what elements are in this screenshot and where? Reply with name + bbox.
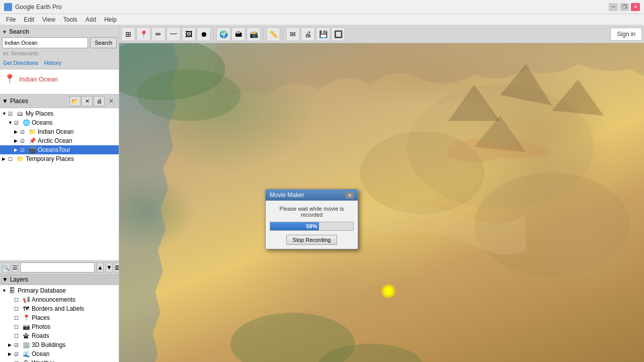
tb-photo-btn[interactable]: 📸 (247, 27, 261, 41)
arctic-ocean-label: Arctic Ocean (38, 137, 72, 144)
tb-earth-btn[interactable]: 🌍 (216, 27, 230, 41)
tree-down-btn[interactable]: ▼ (106, 262, 113, 273)
search-input[interactable] (2, 37, 88, 48)
tb-placemark-btn[interactable]: 📍 (136, 27, 150, 41)
sign-in-button[interactable]: Sign in (610, 28, 642, 41)
check-roads[interactable]: ☐ (14, 333, 21, 339)
tb-sep2 (263, 28, 264, 40)
expand-temp-icon[interactable]: ▶ (2, 156, 8, 161)
tree-item-arctic-ocean[interactable]: ▶ ☑ 📌 Arctic Ocean (0, 136, 119, 145)
places-expand-icon[interactable]: ▼ (2, 98, 8, 105)
check-announcements[interactable]: ☐ (14, 297, 21, 303)
restore-button[interactable]: ❐ (620, 3, 629, 11)
tree-item-roads[interactable]: ▶ ☐ 🛣 Roads (0, 331, 119, 340)
check-buildings[interactable]: ☑ (14, 342, 21, 348)
list-view-btn[interactable]: ☰ (12, 262, 18, 273)
check-places[interactable]: ☐ (14, 315, 21, 321)
tree-item-3d-buildings[interactable]: ▶ ☑ 🏢 3D Buildings (0, 340, 119, 349)
search-expand-icon[interactable]: ▼ (2, 29, 7, 35)
tb-sep1 (213, 28, 214, 40)
tree-item-ocean[interactable]: ▶ ☑ 🌊 Ocean (0, 349, 119, 358)
tree-item-weather[interactable]: ▶ ☐ 🌤 Weather (0, 358, 119, 362)
check-my-places[interactable]: ☑ (8, 111, 15, 117)
menu-edit[interactable]: Edit (20, 15, 38, 24)
expand-tour-icon[interactable]: ▶ (14, 147, 20, 152)
announcements-icon: 📢 (22, 296, 30, 304)
stop-recording-button[interactable]: Stop Recording (286, 235, 338, 245)
expand-primary-icon[interactable]: ▼ (2, 288, 8, 293)
places-close-btn[interactable]: ✕ (106, 96, 117, 106)
places-tree: ▼ ☑ 🗂 My Places ▼ ☑ 🌐 Oceans ▶ (0, 108, 119, 260)
places-delete-btn[interactable]: ✕ (82, 96, 93, 106)
places-header: ▼ Places 📂 ✕ 🖨 ✕ (0, 95, 119, 108)
expand-my-places-icon[interactable]: ▼ (2, 111, 8, 116)
tree-item-temp-places[interactable]: ▶ ☐ 📁 Temporary Places (0, 154, 119, 163)
expand-ocean-icon[interactable]: ▶ (8, 351, 14, 356)
history-link[interactable]: History (44, 60, 61, 66)
check-oceans[interactable]: ☑ (14, 120, 21, 126)
places-header-left: ▼ Places (2, 98, 28, 105)
tb-terrain-btn[interactable]: 🏔 (231, 27, 246, 41)
oceans-tour-label: OceansTour (38, 146, 70, 153)
tree-item-oceans[interactable]: ▼ ☑ 🌐 Oceans (0, 118, 119, 127)
tb-email-btn[interactable]: ✉ (286, 27, 300, 41)
expand-indian-icon[interactable]: ▶ (14, 129, 20, 134)
tb-print-btn[interactable]: 🖨 (301, 27, 315, 41)
movie-dialog-close-btn[interactable]: ✕ (346, 192, 354, 199)
search-button[interactable]: Search (90, 37, 117, 48)
tree-item-oceans-tour[interactable]: ▶ ☑ 🎬 OceansTour (0, 145, 119, 154)
tree-up-btn[interactable]: ▲ (97, 262, 104, 273)
result-label: Indian Ocean (19, 75, 58, 83)
menu-file[interactable]: File (2, 15, 20, 24)
expand-buildings-icon[interactable]: ▶ (8, 342, 14, 347)
tree-search-input[interactable] (20, 262, 95, 273)
menu-add[interactable]: Add (82, 15, 100, 24)
app-title: Google Earth Pro (15, 4, 609, 11)
tree-item-primary-db[interactable]: ▼ 🗄 Primary Database (0, 286, 119, 295)
tb-view-btn[interactable]: 🔲 (331, 27, 345, 41)
screen-capture-btn[interactable]: 🖼 (115, 262, 119, 273)
tb-record-btn[interactable]: ⏺ (197, 27, 211, 41)
check-borders[interactable]: ☐ (14, 306, 21, 312)
tb-path-btn[interactable]: 〰 (167, 27, 181, 41)
check-tour[interactable]: ☑ (20, 147, 27, 153)
close-button[interactable]: ✕ (631, 3, 640, 11)
tb-overlay-btn[interactable]: 🖼 (182, 27, 196, 41)
check-arctic[interactable]: ☑ (20, 138, 27, 144)
tb-grid-btn[interactable]: ⊞ (121, 27, 135, 41)
check-ocean[interactable]: ☑ (14, 351, 21, 357)
progress-label: 59% (270, 222, 353, 230)
tb-ruler-btn[interactable]: 📏 (266, 27, 280, 41)
expand-arctic-icon[interactable]: ▶ (14, 138, 20, 143)
menu-view[interactable]: View (38, 15, 59, 24)
menu-tools[interactable]: Tools (59, 15, 82, 24)
minimize-button[interactable]: ─ (609, 3, 618, 11)
get-directions-link[interactable]: Get Directions (3, 60, 38, 66)
oceans-icon: 🌐 (22, 119, 30, 127)
tb-save-image-btn[interactable]: 💾 (316, 27, 330, 41)
check-indian[interactable]: ☑ (20, 129, 27, 135)
search-panel-title: Search (9, 28, 29, 35)
expand-oceans-icon[interactable]: ▼ (8, 120, 14, 125)
places-panel: ▼ Places 📂 ✕ 🖨 ✕ ▼ ☑ 🗂 My Places (0, 95, 119, 274)
primary-db-icon: 🗄 (8, 287, 16, 295)
photos-icon: 📷 (22, 323, 30, 331)
tree-item-photos[interactable]: ▶ ☐ 📷 Photos (0, 322, 119, 331)
check-photos[interactable]: ☐ (14, 324, 21, 330)
check-weather[interactable]: ☐ (14, 360, 21, 363)
places-add-folder-btn[interactable]: 📂 (69, 96, 80, 106)
check-temp[interactable]: ☐ (8, 156, 15, 162)
places-print-btn[interactable]: 🖨 (94, 96, 105, 106)
tb-polygon-btn[interactable]: ✏ (151, 27, 166, 41)
menu-help[interactable]: Help (100, 15, 121, 24)
app-icon (4, 3, 12, 11)
tree-item-places-layer[interactable]: ▶ ☐ 📍 Places (0, 313, 119, 322)
tree-item-indian-ocean[interactable]: ▶ ☑ 📁 Indian Ocean (0, 127, 119, 136)
tree-item-borders[interactable]: ▶ ☐ 🗺 Borders and Labels (0, 304, 119, 313)
map-canvas[interactable]: Data SIO, NOAA, U.S. Navy, NGA, GEBCO Im… (119, 43, 644, 362)
result-item[interactable]: 📍 Indian Ocean (2, 71, 117, 86)
tree-item-my-places[interactable]: ▼ ☑ 🗂 My Places (0, 109, 119, 118)
layers-expand-icon[interactable]: ▼ (2, 276, 8, 283)
search-places-btn[interactable]: 🔍 (2, 262, 10, 273)
tree-item-announcements[interactable]: ▶ ☐ 📢 Announcements (0, 295, 119, 304)
